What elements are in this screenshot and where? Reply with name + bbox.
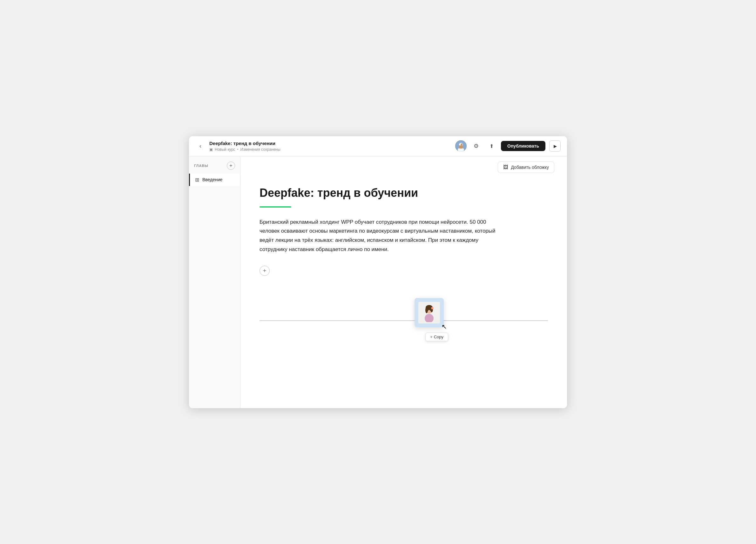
gear-icon: ⚙ bbox=[474, 143, 479, 150]
svg-point-3 bbox=[461, 144, 462, 145]
sidebar: ГЛАВЫ + ⊞ Введение bbox=[189, 157, 240, 408]
share-button[interactable]: ⬆ bbox=[486, 140, 497, 152]
content-area: 🖼 Добавить обложку Deepfake: тренд в обу… bbox=[240, 157, 567, 408]
share-icon: ⬆ bbox=[489, 143, 494, 149]
titlebar-info: Deepfake: тренд в обучении ▣ Новый курс … bbox=[209, 140, 455, 152]
add-cover-label: Добавить обложку bbox=[511, 165, 549, 170]
svg-point-14 bbox=[432, 307, 433, 309]
content-body: Deepfake: тренд в обучении Британский ре… bbox=[240, 173, 526, 295]
app-window: ‹ Deepfake: тренд в обучении ▣ Новый кур… bbox=[189, 136, 567, 408]
sidebar-item-label: Введение bbox=[202, 177, 222, 182]
copy-plus-icon: + bbox=[430, 334, 433, 339]
drop-zone: ↖ + Copy bbox=[240, 295, 567, 365]
add-block-icon: + bbox=[263, 268, 267, 274]
svg-rect-4 bbox=[459, 145, 463, 149]
titlebar-actions: ⚙ ⬆ Опубликовать ▶ bbox=[455, 140, 561, 152]
sidebar-header: ГЛАВЫ + bbox=[189, 157, 240, 174]
svg-point-12 bbox=[430, 310, 431, 311]
subtitle-separator: • bbox=[237, 147, 238, 152]
chapter-icon: ⊞ bbox=[195, 177, 199, 183]
main-layout: ГЛАВЫ + ⊞ Введение 🖼 Добавить обложку De… bbox=[189, 157, 567, 408]
copy-tooltip: + Copy bbox=[425, 332, 448, 341]
svg-point-9 bbox=[425, 307, 428, 313]
play-button[interactable]: ▶ bbox=[549, 140, 561, 152]
dragged-image-inner bbox=[418, 302, 440, 323]
avatar-svg bbox=[455, 140, 467, 152]
doc-icon: ▣ bbox=[209, 147, 213, 152]
add-cover-button[interactable]: 🖼 Добавить обложку bbox=[498, 162, 554, 173]
content-toolbar: 🖼 Добавить обложку bbox=[240, 157, 567, 173]
image-icon: 🖼 bbox=[503, 165, 508, 170]
course-title: Deepfake: тренд в обучении bbox=[260, 186, 507, 200]
user-avatar[interactable] bbox=[455, 140, 467, 152]
publish-button[interactable]: Опубликовать bbox=[501, 141, 545, 151]
dragged-image bbox=[415, 298, 444, 327]
back-button[interactable]: ‹ bbox=[195, 141, 206, 151]
window-title: Deepfake: тренд в обучении bbox=[209, 140, 455, 147]
add-block-button[interactable]: + bbox=[260, 266, 270, 276]
add-icon: + bbox=[229, 163, 232, 169]
person-illustration bbox=[420, 303, 439, 322]
subtitle-status: Изменения сохранены bbox=[240, 147, 280, 152]
add-chapter-button[interactable]: + bbox=[227, 162, 235, 170]
window-subtitle: ▣ Новый курс • Изменения сохранены bbox=[209, 147, 455, 152]
subtitle-doc: Новый курс bbox=[215, 147, 235, 152]
settings-button[interactable]: ⚙ bbox=[470, 140, 482, 152]
course-body-text: Британский рекламный холдинг WPP обучает… bbox=[260, 218, 507, 255]
svg-point-11 bbox=[428, 310, 429, 311]
play-icon: ▶ bbox=[554, 144, 557, 149]
copy-label: Copy bbox=[434, 334, 443, 339]
sidebar-heading: ГЛАВЫ bbox=[194, 164, 208, 168]
drag-cursor: ↖ bbox=[442, 323, 447, 330]
title-underline bbox=[260, 206, 291, 208]
titlebar: ‹ Deepfake: тренд в обучении ▣ Новый кур… bbox=[189, 136, 567, 157]
sidebar-item-introduction[interactable]: ⊞ Введение bbox=[189, 174, 240, 186]
